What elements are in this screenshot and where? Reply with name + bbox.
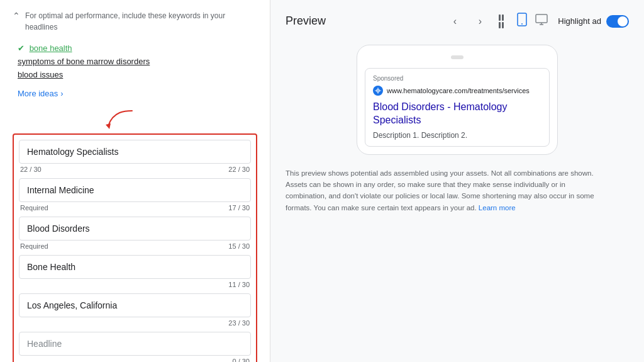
keyword-list: ✔ bone health symptoms of bone marrow di… bbox=[13, 42, 257, 81]
required-label-3: Required bbox=[20, 242, 48, 250]
svg-point-2 bbox=[521, 23, 523, 25]
right-panel: Preview ‹ › bbox=[270, 0, 644, 362]
highlight-toggle-switch[interactable] bbox=[606, 15, 629, 28]
phone-notch bbox=[451, 55, 464, 59]
headline-field-4: 11 / 30 bbox=[19, 255, 251, 288]
headline-input-6[interactable] bbox=[19, 332, 251, 356]
list-item: symptoms of bone marrow disorders bbox=[18, 55, 257, 68]
required-label-2: Required bbox=[20, 204, 48, 212]
headline-field-3: Required 15 / 30 bbox=[19, 217, 251, 250]
check-icon: ✔ bbox=[18, 43, 25, 53]
preview-header: Preview ‹ › bbox=[286, 10, 629, 32]
keyword-symptoms[interactable]: symptoms of bone marrow disorders bbox=[18, 57, 150, 66]
list-item: ✔ bone health bbox=[18, 42, 257, 55]
phone-mockup: Sponsored www.hematologycare.com/treatme… bbox=[357, 45, 558, 155]
svg-rect-3 bbox=[536, 14, 547, 23]
more-ideas-link[interactable]: More ideas › bbox=[13, 89, 64, 98]
headline-input-3[interactable] bbox=[19, 217, 251, 240]
required-label-1: 22 / 30 bbox=[20, 166, 42, 173]
char-count-6: 0 / 30 bbox=[232, 358, 250, 362]
preview-note: This preview shows potential ads assembl… bbox=[286, 167, 600, 214]
device-icons bbox=[514, 10, 550, 32]
grid-view-icon[interactable] bbox=[496, 12, 506, 31]
headline-input-2[interactable] bbox=[19, 178, 251, 202]
mobile-device-button[interactable] bbox=[514, 10, 530, 32]
highlight-label: Highlight ad bbox=[558, 16, 601, 26]
headline-field-1: 22 / 30 22 / 30 bbox=[19, 140, 251, 173]
phone-mockup-wrapper: Sponsored www.hematologycare.com/treatme… bbox=[286, 45, 629, 155]
svg-marker-0 bbox=[106, 123, 111, 129]
ad-url-row: www.hematologycare.com/treatments/servic… bbox=[373, 86, 541, 96]
keyword-hint-text: For optimal ad performance, include thes… bbox=[25, 10, 257, 33]
char-count-5: 23 / 30 bbox=[228, 319, 250, 327]
headlines-box: 22 / 30 22 / 30 Required 17 / 30 Require… bbox=[13, 133, 257, 362]
arrow-indicator bbox=[101, 108, 257, 132]
ad-description: Description 1. Description 2. bbox=[373, 131, 541, 140]
headline-input-4[interactable] bbox=[19, 255, 251, 279]
left-panel: ⌃ For optimal ad performance, include th… bbox=[0, 0, 270, 362]
desktop-device-button[interactable] bbox=[533, 10, 550, 32]
keyword-bone-health[interactable]: bone health bbox=[30, 43, 72, 53]
prev-arrow-button[interactable]: ‹ bbox=[446, 13, 464, 30]
keyword-blood-issues[interactable]: blood issues bbox=[18, 70, 63, 79]
headline-field-2: Required 17 / 30 bbox=[19, 178, 251, 212]
sponsored-label: Sponsored bbox=[373, 75, 541, 82]
ad-title: Blood Disorders - Hematology Specialists bbox=[373, 101, 541, 127]
headline-field-5: 23 / 30 bbox=[19, 293, 251, 327]
list-item: blood issues bbox=[18, 68, 257, 81]
highlight-toggle: Highlight ad bbox=[558, 15, 629, 28]
headline-input-1[interactable] bbox=[19, 140, 251, 164]
ad-card: Sponsored www.hematologycare.com/treatme… bbox=[365, 68, 550, 147]
char-count-3: 15 / 30 bbox=[228, 242, 250, 250]
collapse-icon[interactable]: ⌃ bbox=[13, 11, 20, 21]
headline-input-5[interactable] bbox=[19, 293, 251, 317]
char-count-2: 17 / 30 bbox=[228, 204, 250, 212]
next-arrow-button[interactable]: › bbox=[471, 13, 489, 30]
headline-field-6: 0 / 30 bbox=[19, 332, 251, 362]
ad-url: www.hematologycare.com/treatments/servic… bbox=[387, 87, 530, 94]
ad-favicon bbox=[373, 86, 383, 96]
keyword-hint-row: ⌃ For optimal ad performance, include th… bbox=[13, 10, 257, 33]
preview-title: Preview bbox=[286, 14, 438, 28]
char-count-1: 22 / 30 bbox=[228, 166, 250, 173]
learn-more-link[interactable]: Learn more bbox=[479, 204, 516, 212]
char-count-4: 11 / 30 bbox=[228, 281, 250, 288]
